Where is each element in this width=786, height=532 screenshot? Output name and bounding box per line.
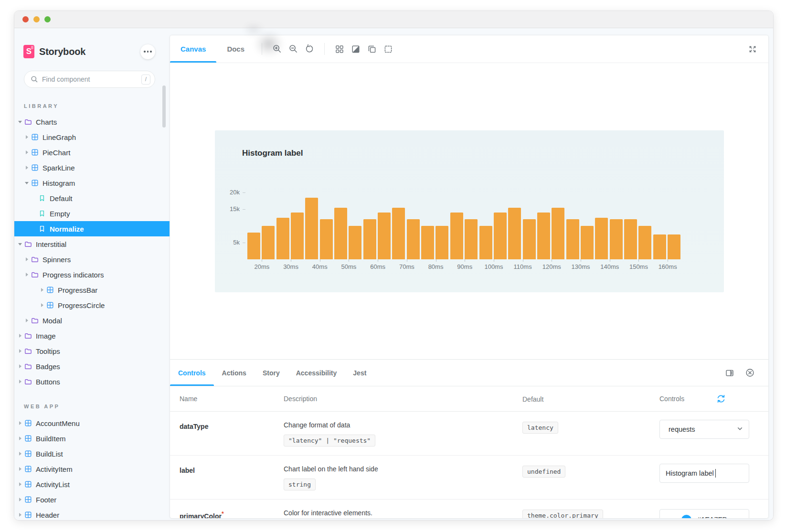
sidebar-item-activityitem[interactable]: ActivityItem — [14, 461, 170, 477]
arg-row-primarycolor: primaryColor*Color for interactive eleme… — [170, 500, 768, 519]
contrast-icon[interactable] — [348, 41, 364, 57]
chevron-down-icon[interactable] — [24, 182, 30, 184]
addon-tab-actions[interactable]: Actions — [214, 360, 255, 386]
datatype-control[interactable]: requests — [659, 420, 749, 439]
chevron-right-icon[interactable] — [17, 482, 23, 486]
arg-type-chip: string — [284, 479, 316, 490]
x-axis-tick-label: 70ms — [393, 263, 421, 270]
fullscreen-icon[interactable] — [744, 41, 761, 57]
chevron-right-icon[interactable] — [17, 498, 23, 501]
close-window-button[interactable] — [22, 16, 29, 22]
arg-default-chip: latency — [522, 422, 558, 434]
sidebar-item-image[interactable]: Image — [14, 328, 170, 343]
chevron-right-icon[interactable] — [24, 273, 30, 277]
chevron-right-icon[interactable] — [24, 150, 30, 154]
stack-icon[interactable] — [364, 41, 380, 57]
search-input[interactable] — [42, 75, 141, 83]
addon-tab-accessibility[interactable]: Accessibility — [288, 360, 345, 386]
tab-canvas[interactable]: Canvas — [170, 35, 216, 63]
chevron-down-icon[interactable] — [17, 243, 23, 245]
chevron-right-icon[interactable] — [39, 288, 45, 292]
maximize-window-button[interactable] — [44, 16, 51, 22]
chevron-right-icon[interactable] — [24, 319, 30, 322]
brand-title[interactable]: Storybook — [39, 46, 85, 57]
sidebar-item-spinners[interactable]: Spinners — [14, 252, 170, 267]
sidebar-item-charts[interactable]: Charts — [14, 114, 170, 129]
sidebar-item-badges[interactable]: Badges — [14, 359, 170, 374]
x-axis-tick-label: 120ms — [537, 263, 566, 270]
y-axis-tick-mark — [243, 192, 245, 193]
sidebar-item-label: Spinners — [42, 255, 71, 264]
chevron-right-icon[interactable] — [17, 513, 23, 517]
folder-icon — [31, 255, 39, 263]
x-axis-tick-label: 90ms — [450, 263, 479, 270]
chevron-right-icon[interactable] — [24, 257, 30, 261]
sidebar-item-builditem[interactable]: BuildItem — [14, 431, 170, 446]
addon-tab-jest[interactable]: Jest — [345, 360, 374, 386]
search-box[interactable]: / — [24, 71, 155, 88]
sidebar-menu-button[interactable] — [140, 44, 155, 59]
tab-docs[interactable]: Docs — [216, 35, 255, 63]
chevron-right-icon[interactable] — [24, 135, 30, 139]
zoom-in-icon[interactable] — [269, 41, 285, 57]
sidebar-item-progress-indicators[interactable]: Progress indicators — [14, 267, 170, 282]
panel-position-icon[interactable] — [722, 365, 738, 381]
sidebar-item-piechart[interactable]: PieChart — [14, 145, 170, 160]
chevron-right-icon[interactable] — [17, 334, 23, 338]
x-axis-tick-label: 60ms — [363, 263, 392, 270]
label-control[interactable]: Histogram label — [659, 464, 749, 483]
sidebar-item-buildlist[interactable]: BuildList — [14, 446, 170, 461]
component-icon — [24, 450, 32, 458]
chevron-right-icon[interactable] — [17, 436, 23, 440]
addon-tab-controls[interactable]: Controls — [170, 360, 214, 386]
arg-row-datatype: dataTypeChange format of data"latency" |… — [170, 412, 768, 456]
sidebar-item-interstitial[interactable]: Interstitial — [14, 236, 170, 252]
primarycolor-control[interactable]: #1EA7FD — [659, 509, 749, 519]
sidebar-item-progresscircle[interactable]: ProgressCircle — [14, 298, 170, 313]
sidebar-item-histogram[interactable]: Histogram — [14, 175, 170, 191]
sidebar-item-progressbar[interactable]: ProgressBar — [14, 282, 170, 298]
sidebar-item-buttons[interactable]: Buttons — [14, 374, 170, 389]
zoom-reset-icon[interactable] — [301, 41, 318, 57]
histogram-chart: Histogram label 20k15k5k20ms30ms40ms50ms… — [215, 130, 724, 292]
sidebar-scrollbar[interactable] — [162, 85, 166, 128]
sidebar-item-normalize[interactable]: Normalize — [14, 221, 170, 236]
sidebar-item-sparkline[interactable]: SparkLine — [14, 160, 170, 175]
chevron-right-icon[interactable] — [17, 364, 23, 368]
color-swatch — [681, 515, 691, 519]
sidebar-item-accountmenu[interactable]: AccountMenu — [14, 415, 170, 431]
sidebar-item-tooltips[interactable]: Tooltips — [14, 343, 170, 359]
chevron-right-icon[interactable] — [17, 452, 23, 456]
x-axis-tick-label: 20ms — [247, 263, 276, 270]
sidebar-item-empty[interactable]: Empty — [14, 206, 170, 221]
sidebar-item-header[interactable]: Header — [14, 507, 170, 521]
color-value: #1EA7FD — [697, 516, 727, 519]
x-axis-tick-mark — [349, 259, 349, 262]
chevron-right-icon[interactable] — [17, 380, 23, 383]
sidebar-item-label: Image — [36, 332, 56, 340]
sidebar-item-modal[interactable]: Modal — [14, 313, 170, 328]
minimize-window-button[interactable] — [33, 16, 40, 22]
sidebar-item-footer[interactable]: Footer — [14, 492, 170, 507]
sidebar-item-activitylist[interactable]: ActivityList — [14, 477, 170, 492]
chevron-right-icon[interactable] — [24, 166, 30, 170]
chevron-right-icon[interactable] — [39, 303, 45, 307]
x-axis-tick-mark — [581, 259, 581, 262]
close-circle-icon[interactable] — [742, 365, 758, 381]
chevron-right-icon[interactable] — [17, 349, 23, 353]
histogram-bar — [668, 234, 680, 260]
sidebar-section-label: LIBRARY — [24, 103, 170, 110]
grid-icon[interactable] — [331, 41, 348, 57]
chevron-down-icon[interactable] — [17, 121, 23, 123]
window-titlebar — [14, 11, 773, 28]
histogram-bar — [262, 226, 275, 259]
sidebar-item-linegraph[interactable]: LineGraph — [14, 129, 170, 145]
sidebar-item-default[interactable]: Default — [14, 191, 170, 206]
chevron-right-icon[interactable] — [17, 421, 23, 425]
sync-icon[interactable] — [716, 394, 726, 404]
zoom-out-icon[interactable] — [285, 41, 301, 57]
addon-tab-story[interactable]: Story — [255, 360, 288, 386]
outline-icon[interactable] — [380, 41, 396, 57]
x-axis-tick-mark — [320, 259, 320, 262]
chevron-right-icon[interactable] — [17, 467, 23, 471]
